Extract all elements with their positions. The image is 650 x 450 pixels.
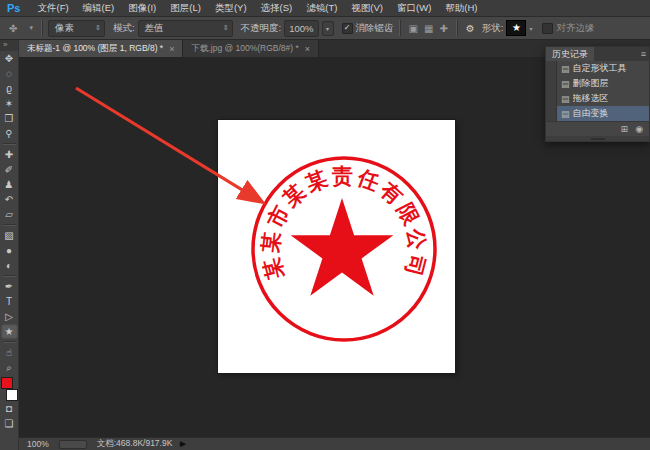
history-source-checkbox[interactable] — [546, 106, 557, 121]
history-step-3[interactable]: ▤拖移选区 — [546, 91, 649, 106]
toolbar-collapse-button[interactable]: » — [0, 40, 18, 51]
blend-mode-select[interactable]: 差值⇕ — [138, 20, 233, 37]
eraser-tool-icon[interactable]: ▱ — [1, 207, 18, 222]
document-tab-title: 下载.jpg @ 100%(RGB/8#) * — [191, 43, 298, 55]
document-tab-1[interactable]: 未标题-1 @ 100% (图层 1, RGB/8) *× — [19, 40, 183, 57]
history-brush-tool-icon[interactable]: ↶ — [1, 192, 18, 207]
menu-item-2[interactable]: 编辑(E) — [76, 2, 122, 13]
mode-label: 模式: — [113, 22, 135, 35]
status-widget — [59, 440, 87, 449]
menu-item-7[interactable]: 滤镜(T) — [299, 2, 344, 13]
brush-tool-icon[interactable]: ✐ — [1, 162, 18, 177]
magic-wand-tool-icon[interactable]: ✶ — [1, 96, 18, 111]
document-tab-title: 未标题-1 @ 100% (图层 1, RGB/8) * — [27, 43, 163, 55]
opacity-label: 不透明度: — [241, 22, 282, 35]
menu-item-4[interactable]: 图层(L) — [163, 2, 208, 13]
foreground-color-swatch[interactable] — [1, 377, 13, 389]
pen-tool-icon[interactable]: ✒ — [1, 279, 18, 294]
zoom-tool-icon[interactable]: ⌕ — [1, 360, 18, 375]
history-source-checkbox[interactable] — [546, 76, 557, 91]
hand-tool-icon[interactable]: ☝ — [1, 345, 18, 360]
status-bar: 100% 文档:468.8K/917.9K ▶ — [19, 437, 650, 450]
history-source-checkbox[interactable] — [546, 91, 557, 106]
shape-arrange-icon[interactable]: ✚ — [436, 23, 450, 34]
shape-label: 形状: — [482, 22, 504, 35]
document-tab-2[interactable]: 下载.jpg @ 100%(RGB/8#) *× — [183, 40, 319, 57]
history-panel: 历史记录 ≡ ▤自定形状工具▤删除图层▤拖移选区▤自由变换 ⊞◉ — [545, 46, 650, 142]
menu-item-1[interactable]: 文件(F) — [30, 2, 75, 13]
toolbar-divider — [3, 143, 16, 145]
gear-icon[interactable]: ⚙ — [463, 23, 478, 34]
history-state-icon: ▤ — [561, 109, 570, 119]
toolbar-divider — [3, 275, 16, 277]
tool-preset-picker[interactable]: ✤ ▾ — [6, 21, 36, 36]
elliptical-marquee-tool-icon[interactable]: ◌ — [1, 66, 18, 81]
path-alignment-icon[interactable]: ▦ — [421, 23, 436, 34]
close-tab-icon[interactable]: × — [169, 44, 174, 54]
divider — [399, 20, 401, 36]
path-selection-tool-icon[interactable]: ▷ — [1, 309, 18, 324]
photoshop-window: Ps 文件(F)编辑(E)图像(I)图层(L)类型(Y)选择(S)滤镜(T)视图… — [0, 0, 650, 450]
history-state-icon: ▤ — [561, 94, 570, 104]
history-state-icon: ▤ — [561, 79, 570, 89]
opacity-dropdown-button[interactable]: ▾ — [322, 21, 334, 36]
history-step-2[interactable]: ▤删除图层 — [546, 76, 649, 91]
panel-resize-handle[interactable] — [546, 136, 649, 141]
crop-tool-icon[interactable]: ❒ — [1, 111, 18, 126]
type-tool-icon[interactable]: T — [1, 294, 18, 309]
shape-picker-swatch[interactable]: ★ — [506, 20, 526, 36]
fill-mode-select[interactable]: 像素⇕ — [48, 20, 105, 37]
spot-healing-brush-tool-icon[interactable]: ✚ — [1, 147, 18, 162]
panel-menu-icon[interactable]: ≡ — [641, 49, 649, 59]
menu-item-8[interactable]: 视图(V) — [344, 2, 390, 13]
history-step-4[interactable]: ▤自由变换 — [546, 106, 649, 121]
status-expand-arrow-icon[interactable]: ▶ — [180, 440, 185, 448]
history-step-1[interactable]: ▤自定形状工具 — [546, 61, 649, 76]
select-arrows-icon: ⇕ — [95, 24, 101, 32]
tool-options-bar: ✤ ▾ 像素⇕ 模式: 差值⇕ 不透明度: 100% ▾ ✓ 消除锯齿 ▣▦✚ … — [0, 17, 650, 40]
menu-item-5[interactable]: 类型(Y) — [208, 2, 254, 13]
history-state-icon: ▤ — [561, 64, 570, 74]
ps-logo: Ps — [7, 2, 20, 14]
color-swatches — [1, 377, 18, 401]
clone-stamp-tool-icon[interactable]: ♟ — [1, 177, 18, 192]
anti-alias-label: 消除锯齿 — [356, 22, 394, 35]
menu-item-10[interactable]: 帮助(H) — [438, 2, 484, 13]
history-step-label: 自由变换 — [573, 107, 609, 120]
eyedropper-tool-icon[interactable]: ⚲ — [1, 126, 18, 141]
select-arrows-icon: ⇕ — [223, 24, 229, 32]
divider — [41, 20, 43, 36]
tool-preset-arrow-icon: ▾ — [23, 21, 36, 36]
custom-shape-tool-icon[interactable]: ★ — [1, 324, 18, 339]
lasso-tool-icon[interactable]: ϱ — [1, 81, 18, 96]
background-color-swatch[interactable] — [6, 389, 18, 401]
move-tool-icon[interactable]: ✥ — [1, 51, 18, 66]
new-snapshot-button[interactable]: ◉ — [635, 125, 643, 134]
menu-item-3[interactable]: 图像(I) — [121, 2, 163, 13]
anti-alias-checkbox[interactable]: ✓ — [342, 23, 353, 34]
close-tab-icon[interactable]: × — [305, 44, 310, 54]
menu-item-6[interactable]: 选择(S) — [254, 2, 300, 13]
seal-star-icon — [291, 198, 394, 296]
shape-picker-arrow-icon: ▾ — [529, 25, 532, 32]
opacity-input[interactable]: 100% — [284, 20, 318, 37]
screen-mode-button[interactable]: ❏ — [1, 416, 18, 431]
gradient-tool-icon[interactable]: ▧ — [1, 228, 18, 243]
blur-tool-icon[interactable]: ● — [1, 243, 18, 258]
new-document-from-state-button[interactable]: ⊞ — [621, 125, 629, 134]
menu-bar: Ps 文件(F)编辑(E)图像(I)图层(L)类型(Y)选择(S)滤镜(T)视图… — [0, 0, 650, 17]
menu-item-9[interactable]: 窗口(W) — [390, 2, 438, 13]
zoom-level-field[interactable]: 100% — [27, 439, 49, 449]
quick-mask-button[interactable]: ◘ — [1, 401, 18, 416]
align-edges-checkbox[interactable] — [542, 23, 553, 34]
tools-panel: » ✥◌ϱ✶❒⚲✚✐♟↶▱▧●◐✒T▷★☝⌕ ◘ ❏ — [0, 40, 19, 450]
document-canvas[interactable]: 某某市某某责任有限公司 — [218, 120, 455, 373]
history-step-label: 拖移选区 — [573, 92, 609, 105]
divider — [456, 20, 458, 36]
history-source-checkbox[interactable] — [546, 61, 557, 76]
path-operations-icon[interactable]: ▣ — [406, 23, 421, 34]
dodge-tool-icon[interactable]: ◐ — [1, 258, 18, 273]
tab-history[interactable]: 历史记录 — [546, 47, 594, 61]
toolbar-divider — [3, 341, 16, 343]
toolbar-divider — [3, 224, 16, 226]
